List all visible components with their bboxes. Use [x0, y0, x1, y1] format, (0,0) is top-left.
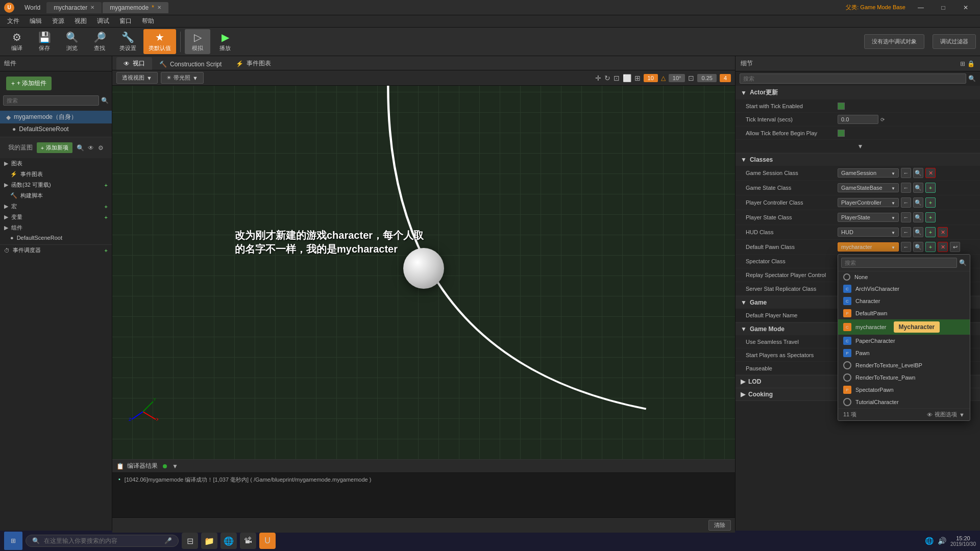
taskbar-media[interactable]: 📽	[240, 533, 256, 549]
game-state-arrow-back[interactable]: ←	[901, 183, 911, 193]
tick-interval-input[interactable]	[838, 115, 878, 124]
minimize-button[interactable]: —	[911, 0, 931, 15]
default-pawn-add[interactable]: +	[925, 242, 936, 252]
menu-assets[interactable]: 资源	[47, 16, 69, 27]
bp-construction-script[interactable]: 🔨 构建脚本	[0, 190, 112, 201]
taskbar-search-input[interactable]	[44, 537, 160, 544]
player-state-search[interactable]: 🔍	[913, 212, 923, 222]
default-pawn-search[interactable]: 🔍	[913, 242, 923, 252]
event-scheduler-add-icon[interactable]: +	[105, 247, 108, 254]
details-search-input[interactable]	[740, 73, 966, 84]
tab-mygamemode[interactable]: mygamemode * ✕	[103, 2, 168, 13]
player-state-class-dropdown[interactable]: PlayerState	[838, 213, 899, 222]
class-defaults-button[interactable]: ★ 类默认值	[143, 29, 176, 54]
bp-defaultsceneroot[interactable]: ● DefaultSceneRoot	[0, 233, 112, 242]
camera-speed-value[interactable]: 4	[720, 74, 731, 82]
play-button[interactable]: ▶ 播放	[212, 29, 238, 54]
game-state-class-dropdown[interactable]: GameStateBase	[838, 183, 899, 192]
perspective-dropdown[interactable]: 透视视图 ▼	[116, 72, 158, 84]
default-pawn-clear[interactable]: ✕	[938, 242, 948, 252]
clear-button[interactable]: 清除	[708, 520, 731, 531]
game-session-arrow-back[interactable]: ←	[901, 168, 911, 178]
pawn-class-option-none[interactable]: None	[838, 271, 970, 283]
bp-settings-icon[interactable]: ⚙	[98, 144, 104, 152]
surface-icon[interactable]: ⊞	[634, 74, 641, 82]
default-pawn-arrow-back[interactable]: ←	[901, 242, 911, 252]
pawn-class-popup-search-input[interactable]	[841, 258, 957, 268]
tray-network-icon[interactable]: 🌐	[925, 537, 934, 545]
game-state-search[interactable]: 🔍	[913, 183, 923, 193]
class-settings-button[interactable]: 🔧 类设置	[114, 29, 141, 54]
details-search-icon[interactable]: 🔍	[968, 75, 976, 82]
scale-snap-value[interactable]: 0.25	[697, 74, 716, 82]
taskbar-task-view[interactable]: ⊟	[182, 533, 198, 549]
maximize-button[interactable]: □	[933, 0, 953, 15]
menu-window[interactable]: 窗口	[114, 16, 137, 27]
classes-header[interactable]: ▼ Classes	[736, 154, 980, 166]
tree-item-mygamemode[interactable]: ◆ mygamemode（自身）	[0, 111, 112, 123]
component-search-icon[interactable]: 🔍	[101, 97, 109, 104]
tab-mygamemode-close[interactable]: ✕	[157, 5, 161, 10]
browse-button[interactable]: 🔍 浏览	[59, 29, 85, 54]
pawn-class-popup-search-icon[interactable]: 🔍	[959, 259, 967, 266]
pawn-class-option-rendertotexture-pawn[interactable]: RenderToTexture_Pawn	[838, 371, 970, 384]
menu-file[interactable]: 文件	[2, 16, 24, 27]
functions-add-icon[interactable]: +	[105, 182, 108, 188]
pawn-class-option-pawn[interactable]: P Pawn	[838, 347, 970, 359]
hud-add[interactable]: +	[925, 227, 936, 237]
actor-update-header[interactable]: ▼ Actor更新	[736, 86, 980, 99]
pawn-class-option-papercharacter[interactable]: C PaperCharacter	[838, 335, 970, 347]
world-tab[interactable]: World	[18, 4, 46, 11]
lit-dropdown[interactable]: ☀ 带光照 ▼	[161, 72, 204, 84]
menu-help[interactable]: 帮助	[137, 16, 159, 27]
rotation-snap-value[interactable]: 10°	[669, 74, 685, 82]
pawn-class-option-spectatorpawn[interactable]: P SpectatorPawn	[838, 384, 970, 396]
default-pawn-class-dropdown[interactable]: mycharacter	[838, 242, 899, 252]
start-button[interactable]: ⊞	[4, 532, 22, 550]
player-controller-add[interactable]: +	[925, 197, 936, 208]
start-with-tick-checkbox[interactable]	[838, 103, 845, 110]
default-pawn-extra[interactable]: ↩	[950, 242, 960, 252]
compiler-dropdown-icon[interactable]: ▼	[172, 463, 178, 470]
bp-event-graph[interactable]: ⚡ 事件图表	[0, 169, 112, 180]
macros-add-icon[interactable]: +	[105, 204, 108, 210]
hud-class-dropdown[interactable]: HUD	[838, 228, 899, 237]
add-component-button[interactable]: + + 添加组件	[6, 77, 52, 90]
tree-item-defaultsceneroot[interactable]: ● DefaultSceneRoot	[0, 123, 112, 135]
add-new-button[interactable]: + 添加新项	[37, 142, 72, 153]
view-options-btn[interactable]: 👁 视图选项 ▼	[927, 411, 965, 418]
tab-mycharacter[interactable]: mycharacter ✕	[46, 2, 102, 13]
actor-update-down-arrow[interactable]: ▼	[857, 143, 864, 150]
debug-filter-button[interactable]: 调试过滤器	[933, 34, 976, 49]
taskbar-mic-icon[interactable]: 🎤	[164, 537, 172, 544]
debug-object-dropdown[interactable]: 没有选中调试对象	[864, 34, 924, 49]
details-lock-btn[interactable]: 🔒	[967, 60, 975, 67]
game-session-search[interactable]: 🔍	[913, 168, 923, 178]
game-session-class-dropdown[interactable]: GameSession	[838, 168, 899, 178]
tray-volume-icon[interactable]: 🔊	[938, 537, 946, 545]
player-controller-search[interactable]: 🔍	[913, 197, 923, 208]
hud-search[interactable]: 🔍	[913, 227, 923, 237]
bp-view-icon[interactable]: 👁	[88, 144, 94, 152]
taskbar-clock[interactable]: 15:20 2019/10/30	[950, 535, 976, 547]
tick-interval-spin-icon[interactable]: ⟳	[880, 117, 885, 122]
viewport-canvas[interactable]: 改为刚才新建的游戏character，每个人取 的名字不一样，我的是mychar…	[112, 86, 735, 459]
tab-viewport[interactable]: 👁 视口	[116, 57, 152, 70]
pawn-class-option-archvis[interactable]: C ArchVisCharacter	[838, 283, 970, 295]
bp-search-icon[interactable]: 🔍	[77, 144, 84, 152]
tab-construction-script[interactable]: 🔨 Construction Script	[152, 59, 229, 70]
menu-view[interactable]: 视图	[69, 16, 92, 27]
player-controller-class-dropdown[interactable]: PlayerController	[838, 198, 899, 207]
menu-debug[interactable]: 调试	[92, 16, 114, 27]
transform-icon[interactable]: ✛	[595, 74, 601, 82]
find-button[interactable]: 🔎 查找	[87, 29, 112, 54]
taskbar-browser[interactable]: 🌐	[220, 533, 237, 549]
save-button[interactable]: 💾 保存	[32, 29, 57, 54]
hud-clear[interactable]: ✕	[938, 227, 948, 237]
compile-button[interactable]: ⚙ 编译	[4, 29, 30, 54]
game-session-clear[interactable]: ✕	[925, 168, 936, 178]
menu-edit[interactable]: 编辑	[24, 16, 47, 27]
allow-tick-checkbox[interactable]	[838, 130, 845, 137]
player-controller-arrow-back[interactable]: ←	[901, 197, 911, 208]
scale-icon[interactable]: ⊡	[614, 74, 620, 82]
